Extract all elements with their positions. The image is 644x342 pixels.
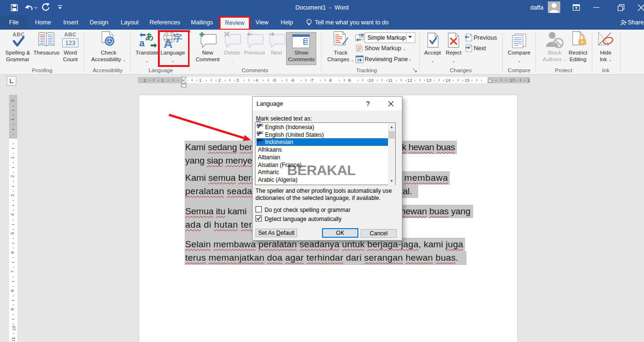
svg-text:a: a: [139, 38, 145, 48]
svg-text:あ: あ: [145, 32, 154, 41]
